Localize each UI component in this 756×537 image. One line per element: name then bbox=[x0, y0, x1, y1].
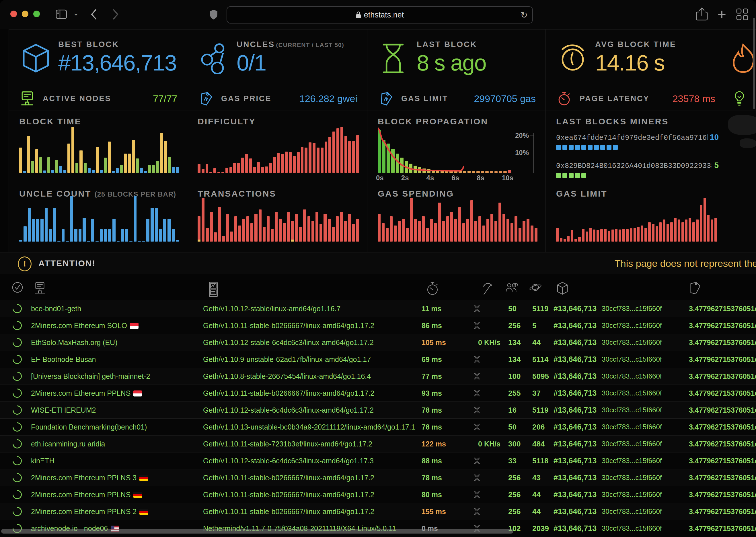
uncle-count-chart: UNCLE COUNT (25 BLOCKS PER BAR) bbox=[9, 183, 187, 252]
sidebar-toggle-icon[interactable] bbox=[56, 10, 67, 19]
bar bbox=[336, 128, 339, 173]
minimize-window-button[interactable] bbox=[22, 11, 28, 17]
node-name-column-icon[interactable] bbox=[34, 281, 46, 295]
pending-column-icon[interactable] bbox=[529, 281, 542, 293]
node-type: Geth/v1.10.8-stable-26675454/linux-amd64… bbox=[203, 372, 371, 381]
miner-address[interactable]: 0x829BD824B016326A401d083B33D092293333A8… bbox=[556, 162, 712, 170]
bar bbox=[295, 214, 298, 242]
table-row[interactable]: [Universa Blockchain] geth-mainnet-2Geth… bbox=[0, 368, 756, 385]
difficulty-column-icon[interactable] bbox=[688, 281, 701, 295]
country-flag-de bbox=[139, 509, 148, 515]
sidebar-chevron-down-icon[interactable]: ⌄ bbox=[73, 9, 79, 18]
node-name[interactable]: eth.icanmining.ru aridia bbox=[31, 440, 105, 448]
bar bbox=[402, 219, 405, 242]
uncles-value: 0/1 bbox=[237, 51, 364, 75]
not-mining-icon bbox=[473, 372, 481, 381]
node-mining bbox=[473, 423, 506, 431]
table-row[interactable]: 2Miners.com Ethereum PPLNSGeth/v1.10.11-… bbox=[0, 486, 756, 503]
table-row[interactable]: Foundation Benchmarking(bench01)Geth/v1.… bbox=[0, 419, 756, 435]
forward-button[interactable] bbox=[112, 8, 119, 21]
table-row[interactable]: WISE-ETHEREUM2Geth/v1.10.12-stable-6c4dc… bbox=[0, 402, 756, 419]
block-column-icon[interactable] bbox=[556, 281, 568, 295]
bar bbox=[714, 218, 717, 242]
gas-price-value: 126.282 gwei bbox=[299, 93, 357, 104]
country-flag-sg bbox=[133, 391, 142, 396]
bar bbox=[156, 161, 159, 173]
table-row[interactable]: 2Miners.com Ethereum SOLOGeth/v1.10.11-s… bbox=[0, 317, 756, 334]
stopwatch-icon bbox=[557, 91, 571, 106]
node-name[interactable]: 2Miners.com Ethereum PPLNS 3 bbox=[31, 474, 148, 482]
node-peers: 50 bbox=[508, 304, 516, 313]
node-name[interactable]: 2Miners.com Ethereum PPLNS 2 bbox=[31, 508, 148, 516]
bar bbox=[71, 127, 74, 173]
node-best-block: #13,646,713 bbox=[554, 439, 597, 448]
node-best-block: #13,646,713 bbox=[554, 372, 597, 381]
stat-partial bbox=[725, 86, 756, 111]
node-status-icon bbox=[11, 437, 23, 450]
bar bbox=[265, 166, 268, 173]
bar bbox=[218, 207, 221, 242]
reload-icon[interactable]: ↻ bbox=[520, 10, 528, 20]
browser-window: ⌄ ethstats.net ↻ + bbox=[0, 0, 756, 537]
node-name[interactable]: WISE-ETHEREUM2 bbox=[31, 406, 96, 414]
node-name[interactable]: 2Miners.com Ethereum PPLNS bbox=[31, 491, 142, 499]
mining-column-icon[interactable] bbox=[482, 281, 493, 296]
node-pending: 5119 bbox=[532, 406, 548, 415]
node-name[interactable]: 2Miners.com Ethereum PPLNS bbox=[31, 389, 142, 397]
tab-overview-icon[interactable] bbox=[736, 8, 748, 21]
bar bbox=[45, 208, 48, 242]
new-tab-icon[interactable]: + bbox=[718, 7, 726, 22]
node-block-hash: 30ccf783...c15f660f bbox=[602, 355, 662, 363]
table-row[interactable]: 2Miners.com Ethereum PPLNSGeth/v1.10.11-… bbox=[0, 385, 756, 402]
not-mining-icon bbox=[473, 507, 481, 516]
peers-column-icon[interactable] bbox=[505, 281, 518, 293]
status-check-icon[interactable] bbox=[12, 281, 23, 293]
node-name[interactable]: EF-Bootnode-Busan bbox=[31, 355, 96, 364]
node-total-difficulty: 3.477962715376051e+2 bbox=[689, 491, 756, 499]
bar bbox=[168, 157, 171, 173]
node-total-difficulty: 3.477962715376051e+2 bbox=[689, 406, 756, 414]
table-row[interactable]: 2Miners.com Ethereum PPLNS 3Geth/v1.10.1… bbox=[0, 469, 756, 486]
node-name[interactable]: kinΞTH bbox=[31, 457, 55, 465]
table-row[interactable]: 2Miners.com Ethereum PPLNS 2Geth/v1.10.1… bbox=[0, 503, 756, 520]
node-total-difficulty: 3.477962715376051e+2 bbox=[689, 321, 756, 330]
node-name[interactable]: Foundation Benchmarking(bench01) bbox=[31, 423, 147, 431]
bar bbox=[307, 216, 310, 242]
table-row[interactable]: kinΞTHGeth/v1.10.12-stable-6c4dc6c3/linu… bbox=[0, 452, 756, 469]
table-row[interactable]: EthSolo.MaxHash.org (EU)Geth/v1.10.12-st… bbox=[0, 334, 756, 351]
back-button[interactable] bbox=[90, 8, 98, 21]
close-window-button[interactable] bbox=[10, 11, 17, 17]
bar bbox=[494, 171, 498, 173]
bulb-icon bbox=[733, 91, 746, 106]
zoom-window-button[interactable] bbox=[33, 11, 40, 17]
bar bbox=[482, 226, 485, 242]
bar bbox=[31, 161, 34, 173]
privacy-shield-icon[interactable] bbox=[209, 10, 218, 20]
node-peers: 255 bbox=[508, 389, 520, 398]
node-total-difficulty: 3.477962715376051e+2 bbox=[689, 389, 756, 397]
bar bbox=[445, 171, 449, 173]
bar bbox=[23, 227, 27, 242]
node-name[interactable]: [Universa Blockchain] geth-mainnet-2 bbox=[31, 372, 150, 381]
miner-address[interactable]: 0xea674fdde714fd979de3edf0f56aa9716b898e… bbox=[556, 134, 708, 142]
table-row[interactable]: EF-Bootnode-BusanGeth/v1.10.9-unstable-6… bbox=[0, 351, 756, 368]
bar bbox=[426, 228, 429, 242]
node-name[interactable]: 2Miners.com Ethereum SOLO bbox=[31, 321, 139, 330]
bar bbox=[442, 221, 445, 242]
horizontal-scrollbar[interactable] bbox=[1, 529, 513, 534]
node-type-column-icon[interactable] bbox=[208, 281, 219, 298]
bar bbox=[271, 229, 274, 242]
table-row[interactable]: bce-bnd01-gethGeth/v1.10.12-stable/linux… bbox=[0, 300, 756, 317]
node-name[interactable]: bce-bnd01-geth bbox=[31, 305, 81, 313]
bar bbox=[303, 209, 306, 242]
table-row[interactable]: eth.icanmining.ru aridiaGeth/v1.10.11-st… bbox=[0, 435, 756, 452]
bar bbox=[567, 236, 570, 242]
address-bar[interactable]: ethstats.net ↻ bbox=[227, 6, 533, 23]
vertical-scrollbar[interactable] bbox=[753, 18, 755, 109]
node-name[interactable]: EthSolo.MaxHash.org (EU) bbox=[31, 338, 117, 347]
share-icon[interactable] bbox=[696, 8, 708, 21]
table-row[interactable]: archivenode.io - node06Nethermind/v1.11.… bbox=[0, 520, 756, 537]
latency-column-icon[interactable] bbox=[426, 281, 439, 296]
not-mining-icon bbox=[473, 423, 481, 431]
node-peers: 33 bbox=[508, 456, 516, 465]
